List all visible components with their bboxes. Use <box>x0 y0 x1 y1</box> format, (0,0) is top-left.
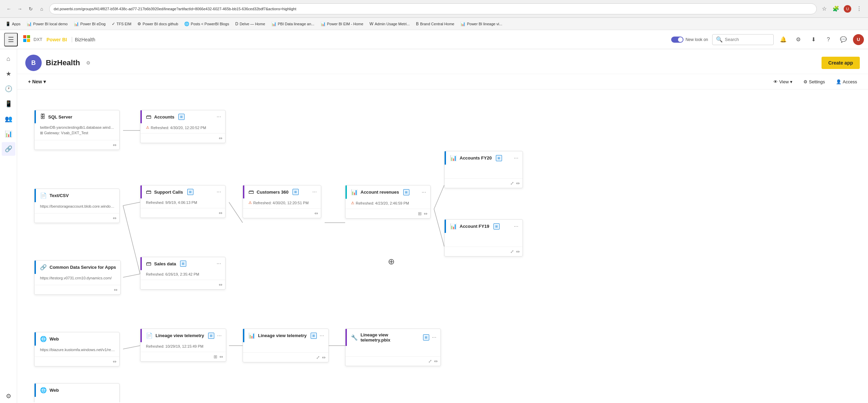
node-sql-server[interactable]: 🗄 SQL Server twitterDB-yaronctestingdb1.… <box>34 110 120 150</box>
extensions-icon[interactable]: 🧩 <box>831 4 841 14</box>
node-sales-ds[interactable]: 🗃 Sales data ⊞ ··· Refreshed: 6/26/19, 2… <box>140 257 226 290</box>
lineage-report-collapse-icon[interactable]: ⇔ <box>322 355 326 360</box>
node-web[interactable]: 🌐 Web https://biazure.kustomfa.windows.n… <box>34 332 120 366</box>
sidebar-item-lineage[interactable]: 🔗 <box>2 142 15 156</box>
feedback-button[interactable]: 💬 <box>838 34 849 45</box>
notifications-button[interactable]: 🔔 <box>778 34 789 45</box>
node-accounts-ds[interactable]: 🗃 Accounts ⊞ ··· ⚠ Refreshed: 4/30/20, 1… <box>140 110 226 143</box>
accounts-refresh-text: Refreshed: 4/30/20, 12:20:52 PM <box>151 126 206 130</box>
customers360-collapse-icon[interactable]: ⇔ <box>314 211 318 216</box>
node-lineage-ds[interactable]: 📄 Lineage view telemetry ⊞ ··· Refreshed… <box>140 329 226 362</box>
accounts-fy20-expand-icon[interactable]: ⤢ <box>510 181 514 186</box>
sidebar-item-apps[interactable]: 📱 <box>2 97 15 111</box>
lineage-ds-collapse-icon[interactable]: ⇔ <box>219 354 223 359</box>
download-button[interactable]: ⬇ <box>808 34 819 45</box>
view-button[interactable]: 👁 View ▾ <box>771 77 795 86</box>
node-customers360-footer: ⇔ <box>243 208 321 218</box>
web-collapse-icon[interactable]: ⇔ <box>113 359 117 364</box>
browser-menu-icon[interactable]: ⋮ <box>854 4 864 14</box>
accounts-ds-title: Accounts <box>154 114 174 120</box>
new-look-toggle[interactable]: New look on <box>671 37 708 43</box>
bookmark-brand[interactable]: B Brand Central Home <box>413 20 457 27</box>
bookmark-apps[interactable]: 📱 Apps <box>3 20 23 27</box>
accounts-fy20-collapse-icon[interactable]: ⇔ <box>516 181 520 186</box>
node-accounts-fy20[interactable]: 📊 Accounts FY20 ⊞ ··· ⤢ ⇔ <box>444 151 523 188</box>
favorites-icon[interactable]: ☆ <box>819 4 829 14</box>
search-box[interactable]: 🔍 <box>712 34 774 45</box>
account-fy19-expand-icon[interactable]: ⤢ <box>510 249 514 254</box>
web2-icon: 🌐 <box>40 387 47 393</box>
accounts-ds-menu[interactable]: ··· <box>217 114 221 120</box>
account-fy19-menu[interactable]: ··· <box>514 223 518 230</box>
bookmark-tfs[interactable]: ✓ TFS EIM <box>109 20 134 27</box>
bookmark-admin[interactable]: W Admin Usage Metri... <box>367 20 412 27</box>
cds-collapse-icon[interactable]: ⇔ <box>114 287 118 292</box>
address-bar[interactable]: dxt.powerbi.com/groups/f414f827-b59f-438… <box>49 3 817 14</box>
new-button[interactable]: + New ▾ <box>25 77 49 86</box>
support-collapse-icon[interactable]: ⇔ <box>219 210 222 216</box>
settings-toolbar-button[interactable]: ⚙ Settings <box>801 77 828 86</box>
lineage-report-menu[interactable]: ··· <box>320 333 324 339</box>
bookmark-pbi-eim[interactable]: 📊 Power BI EIM - Home <box>318 20 366 27</box>
refresh-button[interactable]: ↻ <box>26 4 36 14</box>
account-revenues-collapse-icon[interactable]: ⇔ <box>424 211 428 216</box>
bookmark-pbi-data-label: PBI Data lineage an... <box>278 22 314 26</box>
node-account-fy19-footer: ⤢ ⇔ <box>445 247 523 256</box>
sidebar-item-settings[interactable]: ⚙ <box>2 389 15 403</box>
node-customers360[interactable]: 🗃 Customers 360 ⊞ ··· ⚠ Refreshed: 4/30/… <box>243 185 321 218</box>
lineage-report-expand-icon[interactable]: ⤢ <box>316 355 320 360</box>
bookmark-pbi-edog[interactable]: 📊 Power BI eDog <box>71 20 108 27</box>
bookmark-pbi-data[interactable]: 📊 PBI Data lineage an... <box>269 20 317 27</box>
node-lineage-pbix[interactable]: 🔧 Lineage view telemetry.pbix ⊞ ··· ⤢ ⇔ <box>345 329 441 366</box>
user-avatar[interactable]: U <box>853 34 864 45</box>
node-account-fy19[interactable]: 📊 Account FY19 ⊞ ··· ⤢ ⇔ <box>444 219 523 256</box>
customers360-menu[interactable]: ··· <box>312 189 317 195</box>
collapse-icon[interactable]: ⇔ <box>113 142 117 148</box>
sidebar-item-metrics[interactable]: 📊 <box>2 127 15 141</box>
settings-button[interactable]: ⚙ <box>793 34 804 45</box>
profile-icon[interactable]: U <box>843 4 852 14</box>
lineage-pbix-collapse-icon[interactable]: ⇔ <box>434 359 438 364</box>
node-support-ds[interactable]: 🗃 Support Calls ⊞ ··· Refreshed: 9/9/19,… <box>140 185 226 218</box>
bookmark-posts[interactable]: 🌐 Posts < PowerBI Blogs <box>181 20 232 27</box>
forward-button[interactable]: → <box>15 4 25 14</box>
toggle-switch[interactable] <box>671 37 683 43</box>
node-web2[interactable]: 🌐 Web <box>34 383 120 402</box>
textcsv-collapse-icon[interactable]: ⇔ <box>113 216 117 221</box>
node-cds[interactable]: 🔗 Common Data Service for Apps https://t… <box>34 260 121 295</box>
account-revenues-expand-icon[interactable]: ⊞ <box>418 211 422 216</box>
bookmark-pbi-local[interactable]: 📊 Power BI local demo <box>24 20 70 27</box>
lineage-ds-expand-icon[interactable]: ⊞ <box>214 354 217 359</box>
sidebar-item-shared[interactable]: 👥 <box>2 112 15 126</box>
lineage-pbix-expand-icon[interactable]: ⤢ <box>428 359 432 364</box>
sales-collapse-icon[interactable]: ⇔ <box>219 282 222 287</box>
bookmark-delve[interactable]: D Delve — Home <box>233 20 268 27</box>
bookmark-pbi-docs[interactable]: ⚙ Power BI docs github <box>135 20 181 27</box>
accounts-collapse-icon[interactable]: ⇔ <box>219 136 222 141</box>
account-revenues-menu[interactable]: ··· <box>422 189 426 195</box>
search-input[interactable] <box>725 37 766 42</box>
lineage-pbix-menu[interactable]: ··· <box>432 334 436 341</box>
sales-ds-menu[interactable]: ··· <box>217 261 221 267</box>
accounts-fy20-menu[interactable]: ··· <box>514 155 518 161</box>
account-fy19-collapse-icon[interactable]: ⇔ <box>516 249 520 254</box>
access-button[interactable]: 👤 Access <box>833 77 860 86</box>
hamburger-menu-button[interactable]: ☰ <box>4 33 18 46</box>
node-account-revenues[interactable]: 📊 Account revenues ⊞ ··· ⚠ Refreshed: 4/… <box>345 185 431 219</box>
sidebar-item-favorites[interactable]: ★ <box>2 67 15 81</box>
support-ds-menu[interactable]: ··· <box>217 189 221 195</box>
node-textcsv[interactable]: 📄 Text/CSV https://benstorageaccount.blo… <box>34 189 120 223</box>
node-lineage-report[interactable]: 📊 Lineage view telemetry ⊞ ··· ⤢ ⇔ <box>243 329 329 362</box>
home-button[interactable]: ⌂ <box>37 4 46 14</box>
lineage-canvas[interactable]: 🗄 SQL Server twitterDB-yaronctestingdb1.… <box>17 89 868 402</box>
workspace-settings-icon[interactable]: ⚙ <box>86 60 91 66</box>
bookmark-pbi-lineage[interactable]: 📊 Power BI lineage vi... <box>458 20 505 27</box>
lineage-ds-menu[interactable]: ··· <box>217 333 221 339</box>
workspace-avatar-initial: B <box>31 59 36 67</box>
sidebar-item-home[interactable]: ⌂ <box>2 52 15 66</box>
sidebar-item-recent[interactable]: 🕐 <box>2 82 15 96</box>
create-app-button[interactable]: Create app <box>822 57 860 69</box>
sales-ds-icon: 🗃 <box>146 261 151 267</box>
back-button[interactable]: ← <box>4 4 14 14</box>
help-button[interactable]: ? <box>823 34 834 45</box>
